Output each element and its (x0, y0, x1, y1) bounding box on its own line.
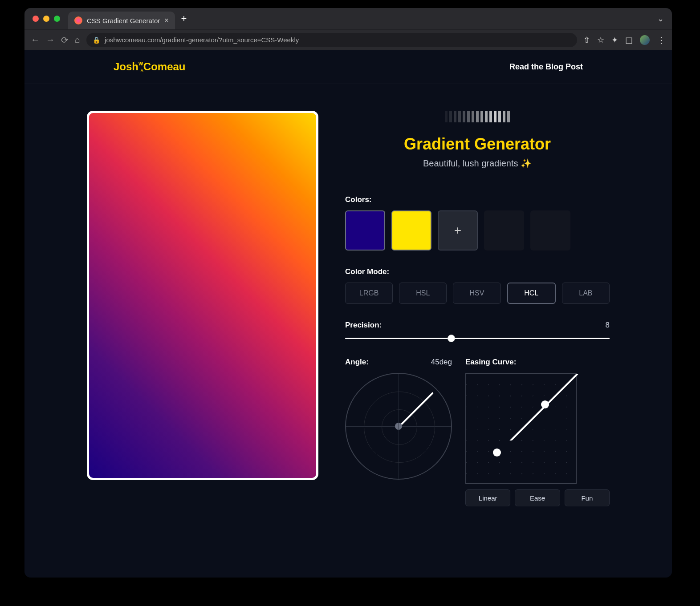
page-subtitle: Beautiful, lush gradients ✨ (345, 158, 610, 169)
color-swatches: + (345, 210, 610, 250)
page-title: Gradient Generator (345, 135, 610, 154)
precision-value: 8 (606, 321, 610, 330)
url-text: joshwcomeau.com/gradient-generator/?utm_… (105, 36, 299, 44)
logo-first: Josh (114, 61, 138, 73)
angle-dial[interactable] (345, 373, 452, 480)
preset-ease[interactable]: Ease (515, 489, 560, 506)
color-swatch-empty (530, 210, 570, 250)
color-swatch-1[interactable] (345, 210, 385, 250)
color-swatch-2[interactable] (391, 210, 431, 250)
svg-line-0 (466, 374, 578, 440)
plus-icon: + (454, 223, 461, 238)
easing-presets: Linear Ease Fun (465, 489, 610, 506)
lock-icon: 🔒 (93, 36, 100, 44)
color-mode-buttons: LRGB HSL HSV HCL LAB (345, 283, 610, 304)
extensions-icon[interactable]: ✦ (611, 35, 618, 45)
browser-titlebar: CSS Gradient Generator × + ⌄ (24, 8, 672, 29)
bottom-row: Angle: 45deg Easing Curve: (345, 358, 610, 506)
new-tab-button[interactable]: + (181, 13, 187, 24)
logo-w: W (138, 61, 143, 66)
mode-hsv[interactable]: HSV (453, 283, 501, 304)
precision-label: Precision: (345, 321, 382, 330)
minimize-window-button[interactable] (43, 16, 49, 22)
easing-section: Easing Curve: Linear Ease Fun (465, 358, 610, 506)
toolbar-right: ⇧ ☆ ✦ ◫ ⋮ (583, 35, 666, 45)
tab-title: CSS Gradient Generator (87, 17, 160, 24)
controls-panel: Gradient Generator Beautiful, lush gradi… (345, 111, 610, 506)
angle-section: Angle: 45deg (345, 358, 452, 506)
browser-tab[interactable]: CSS Gradient Generator × (68, 12, 175, 29)
easing-handle-1[interactable] (493, 448, 501, 457)
easing-label: Easing Curve: (465, 358, 610, 367)
color-swatch-empty (484, 210, 524, 250)
preview-panel (87, 111, 318, 506)
colors-label: Colors: (345, 195, 610, 204)
window-controls (33, 16, 60, 22)
close-window-button[interactable] (33, 16, 39, 22)
gradient-preview (87, 111, 318, 480)
logo-a: ^ (140, 69, 143, 74)
address-bar[interactable]: 🔒 joshwcomeau.com/gradient-generator/?ut… (86, 33, 577, 47)
menu-icon[interactable]: ⋮ (657, 35, 666, 45)
easing-handle-2[interactable] (541, 400, 549, 408)
maximize-window-button[interactable] (54, 16, 60, 22)
angle-value: 45deg (431, 358, 452, 367)
add-color-button[interactable]: + (438, 210, 478, 250)
mode-lab[interactable]: LAB (562, 283, 610, 304)
browser-toolbar: ← → ⟳ ⌂ 🔒 joshwcomeau.com/gradient-gener… (24, 29, 672, 50)
reload-button[interactable]: ⟳ (61, 35, 69, 45)
forward-button[interactable]: → (46, 35, 55, 45)
easing-curve-editor[interactable] (465, 373, 577, 484)
mode-lrgb[interactable]: LRGB (345, 283, 393, 304)
site-logo[interactable]: JoshW^Comeau (114, 61, 186, 73)
blog-post-link[interactable]: Read the Blog Post (509, 62, 583, 72)
easing-curve-line (466, 374, 600, 440)
bookmark-icon[interactable]: ☆ (597, 35, 604, 45)
back-button[interactable]: ← (31, 35, 40, 45)
angle-label: Angle: (345, 358, 369, 367)
preset-fun[interactable]: Fun (565, 489, 610, 506)
color-mode-label: Color Mode: (345, 267, 610, 276)
decoration-bars (345, 111, 610, 122)
dial-center[interactable] (395, 423, 402, 430)
precision-slider[interactable] (345, 338, 610, 339)
mode-hsl[interactable]: HSL (399, 283, 447, 304)
close-tab-icon[interactable]: × (164, 16, 168, 24)
logo-last: Comeau (143, 61, 186, 73)
preset-linear[interactable]: Linear (465, 489, 510, 506)
site-header: JoshW^Comeau Read the Blog Post (24, 50, 672, 84)
share-icon[interactable]: ⇧ (583, 35, 590, 45)
tab-favicon (74, 16, 82, 24)
browser-window: CSS Gradient Generator × + ⌄ ← → ⟳ ⌂ 🔒 j… (24, 8, 672, 578)
slider-thumb[interactable] (448, 335, 455, 342)
profile-avatar[interactable] (640, 35, 650, 45)
mode-hcl[interactable]: HCL (507, 283, 556, 304)
sidepanel-icon[interactable]: ◫ (625, 35, 633, 45)
main-content: Gradient Generator Beautiful, lush gradi… (24, 84, 672, 533)
page-content: JoshW^Comeau Read the Blog Post Gradient… (24, 50, 672, 578)
tabs-overflow-icon[interactable]: ⌄ (657, 14, 664, 24)
home-button[interactable]: ⌂ (75, 35, 80, 45)
